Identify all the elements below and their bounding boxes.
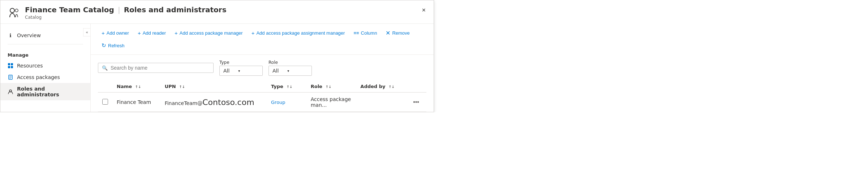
type-filter-select[interactable]: All ▾ — [219, 66, 263, 76]
row-more-button[interactable]: ••• — [410, 97, 422, 107]
sidebar-item-label-roles: Roles and administrators — [17, 86, 83, 97]
svg-rect-4 — [8, 66, 10, 68]
svg-rect-3 — [11, 63, 13, 65]
plus-icon-apm: + — [175, 30, 178, 36]
sidebar-collapse-button[interactable]: « — [83, 28, 91, 36]
remove-icon: ✕ — [386, 30, 390, 36]
search-box[interactable]: 🔍 — [98, 63, 214, 73]
sort-icon-role: ↑↓ — [325, 85, 331, 89]
type-chevron-down-icon: ▾ — [238, 69, 240, 73]
table-row: Finance Team FinanceTeam@Contoso.com Gro… — [98, 92, 426, 112]
table-header: Name ↑↓ UPN ↑↓ Type ↑↓ — [98, 81, 426, 92]
main-content: + Add owner + Add reader + Add access pa… — [91, 24, 434, 112]
add-reader-button[interactable]: + Add reader — [134, 28, 169, 38]
sidebar-item-resources[interactable]: Resources — [0, 60, 90, 71]
add-access-package-assignment-manager-button[interactable]: + Add access package assignment manager — [248, 28, 349, 38]
sidebar-item-roles-and-administrators[interactable]: Roles and administrators — [0, 83, 90, 100]
close-button[interactable]: × — [420, 5, 428, 15]
row-upn-domain: Contoso.com — [202, 98, 254, 107]
svg-rect-5 — [11, 66, 13, 68]
table-body: Finance Team FinanceTeam@Contoso.com Gro… — [98, 92, 426, 112]
toolbar: + Add owner + Add reader + Add access pa… — [91, 24, 434, 55]
plus-icon-owner: + — [102, 30, 105, 36]
role-filter-value: All — [272, 68, 279, 74]
plus-icon-apam: + — [252, 30, 255, 36]
search-icon: 🔍 — [102, 65, 108, 71]
page-title: Roles and administrators — [124, 5, 227, 14]
header-titles: Finance Team Catalog | Roles and adminis… — [25, 5, 227, 20]
column-icon: ≡≡ — [353, 30, 359, 36]
remove-button[interactable]: ✕ Remove — [382, 27, 413, 39]
column-label: Column — [361, 30, 377, 36]
refresh-button[interactable]: ↻ Refresh — [98, 40, 128, 51]
search-input[interactable] — [111, 65, 210, 71]
row-role-cell: Access package man... — [306, 92, 356, 112]
row-upn-cell: FinanceTeam@Contoso.com — [160, 92, 267, 112]
type-filter-group: Type All ▾ — [219, 60, 263, 76]
row-type-cell: Group — [267, 92, 306, 112]
type-filter-label: Type — [219, 60, 263, 65]
info-icon: ℹ — [8, 32, 13, 38]
sidebar-item-overview[interactable]: ℹ Overview — [0, 30, 90, 41]
header-subtitle: Catalog — [25, 15, 227, 20]
person-icon — [8, 89, 13, 95]
row-role: Access package man... — [311, 96, 351, 108]
row-checkbox[interactable] — [102, 99, 108, 105]
header-main-title: Finance Team Catalog | Roles and adminis… — [25, 5, 227, 14]
sort-icon-upn: ↑↓ — [179, 85, 185, 89]
role-chevron-down-icon: ▾ — [287, 69, 289, 73]
row-name: Finance Team — [117, 99, 151, 105]
svg-point-0 — [10, 8, 14, 13]
row-upn-prefix: FinanceTeam@ — [165, 100, 203, 106]
sidebar-item-access-packages[interactable]: Access packages — [0, 71, 90, 83]
doc-icon — [8, 74, 13, 80]
add-access-package-manager-button[interactable]: + Add access package manager — [171, 28, 246, 38]
row-checkbox-cell[interactable] — [98, 92, 112, 112]
filters-bar: 🔍 Type All ▾ Role All ▾ — [91, 55, 434, 81]
sort-icon-added-by: ↑↓ — [388, 85, 395, 89]
title-separator: | — [118, 5, 120, 14]
body: « ℹ Overview Manage Resources — [0, 24, 434, 112]
catalog-icon — [8, 6, 21, 19]
sidebar-item-label-resources: Resources — [17, 63, 43, 69]
col-header-upn[interactable]: UPN ↑↓ — [160, 81, 267, 92]
add-owner-button[interactable]: + Add owner — [98, 28, 133, 38]
add-owner-label: Add owner — [107, 30, 129, 36]
checkbox-header — [98, 81, 112, 92]
sidebar: « ℹ Overview Manage Resources — [0, 24, 91, 112]
refresh-label: Refresh — [108, 43, 125, 48]
remove-label: Remove — [392, 30, 409, 36]
row-added-by-cell — [356, 92, 406, 112]
role-filter-group: Role All ▾ — [268, 60, 312, 76]
col-header-added-by[interactable]: Added by ↑↓ — [356, 81, 406, 92]
add-reader-label: Add reader — [143, 30, 166, 36]
catalog-name: Finance Team Catalog — [25, 5, 114, 14]
sort-icon-type: ↑↓ — [286, 85, 292, 89]
sidebar-item-label-overview: Overview — [17, 32, 41, 38]
main-window: Finance Team Catalog | Roles and adminis… — [0, 0, 434, 112]
row-type: Group — [271, 100, 285, 105]
col-header-name[interactable]: Name ↑↓ — [112, 81, 160, 92]
sidebar-item-label-access-packages: Access packages — [17, 74, 60, 80]
row-actions-cell[interactable]: ••• — [406, 92, 426, 112]
add-access-package-manager-label: Add access package manager — [180, 30, 243, 36]
sidebar-divider-1 — [8, 44, 83, 44]
table-container: Name ↑↓ UPN ↑↓ Type ↑↓ — [91, 81, 434, 112]
col-header-type[interactable]: Type ↑↓ — [267, 81, 306, 92]
row-name-cell: Finance Team — [112, 92, 160, 112]
column-button[interactable]: ≡≡ Column — [350, 28, 381, 38]
role-filter-label: Role — [268, 60, 312, 65]
data-table: Name ↑↓ UPN ↑↓ Type ↑↓ — [98, 81, 426, 112]
col-header-actions — [406, 81, 426, 92]
plus-icon-reader: + — [138, 30, 141, 36]
sort-icon-name: ↑↓ — [135, 85, 141, 89]
type-filter-value: All — [223, 68, 229, 74]
sidebar-section-manage: Manage — [0, 47, 90, 60]
col-header-role[interactable]: Role ↑↓ — [306, 81, 356, 92]
header: Finance Team Catalog | Roles and adminis… — [0, 0, 434, 24]
add-access-package-assignment-manager-label: Add access package assignment manager — [256, 30, 345, 36]
role-filter-select[interactable]: All ▾ — [268, 66, 312, 76]
refresh-icon: ↻ — [102, 42, 106, 49]
grid-icon — [8, 63, 13, 69]
svg-rect-2 — [8, 63, 10, 65]
